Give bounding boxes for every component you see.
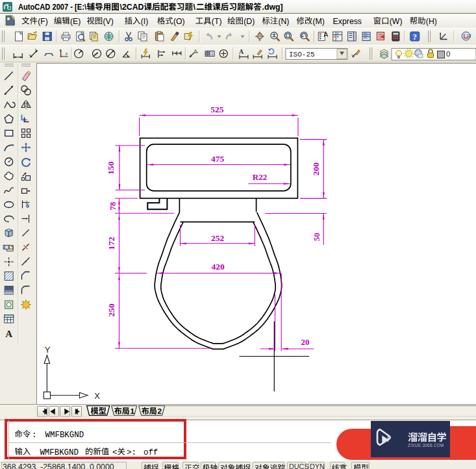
svg-text:ZIXUE.3066.COM: ZIXUE.3066.COM (408, 443, 444, 448)
